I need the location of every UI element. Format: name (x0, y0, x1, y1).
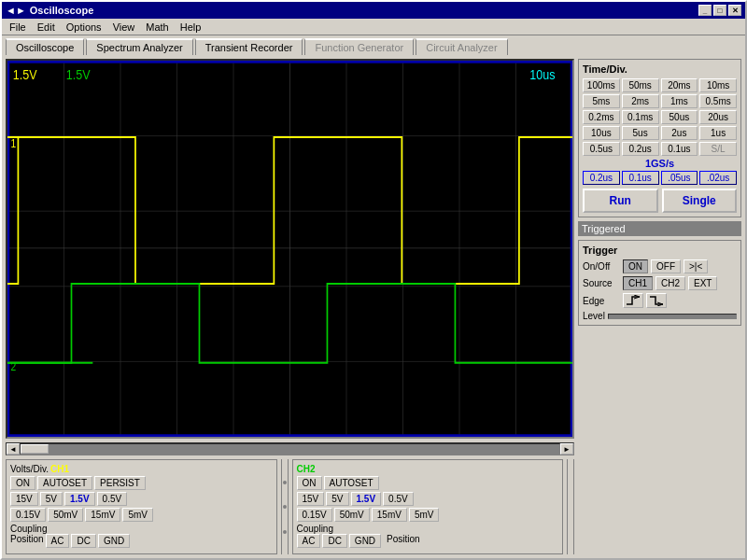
rising-edge-icon (625, 295, 641, 306)
scroll-thumb[interactable] (21, 444, 49, 454)
tab-spectrum-analyzer[interactable]: Spectrum Analyzer (86, 38, 192, 55)
ch2-gnd[interactable]: GND (349, 534, 381, 548)
scroll-left-arrow[interactable]: ◄ (7, 443, 20, 455)
svg-text:1: 1 (10, 137, 16, 149)
ch2-0p15v[interactable]: 0.15V (297, 508, 332, 522)
trigger-ch2-button[interactable]: CH2 (655, 276, 685, 290)
btn-0p1us[interactable]: 0.1us (661, 142, 698, 156)
ch2-volts-row1: 15V 5V 1.5V 0.5V (297, 492, 559, 506)
btn-10ms[interactable]: 10ms (699, 78, 737, 92)
menu-options[interactable]: Options (61, 21, 107, 34)
scroll-track[interactable] (20, 443, 560, 455)
ch2-1p5v[interactable]: 1.5V (351, 492, 382, 506)
ch1-5v[interactable]: 5V (40, 492, 63, 506)
trigger-onoff-row: On/Off ON OFF >|< (583, 259, 737, 273)
ch2-coupling-buttons: AC DC GND Position (297, 534, 559, 548)
btn-0p2us[interactable]: 0.2us (622, 142, 659, 156)
gs-0p05us[interactable]: .05us (661, 171, 698, 185)
ch1-0p5v[interactable]: 0.5V (97, 492, 128, 506)
ch1-top-buttons: ON AUTOSET PERSIST (10, 476, 273, 490)
ch1-1p5v[interactable]: 1.5V (64, 492, 95, 506)
window-title: Oscilloscope (30, 5, 93, 16)
menu-edit[interactable]: Edit (32, 21, 61, 34)
gs-0p1us[interactable]: 0.1us (622, 171, 659, 185)
triggered-bar: Triggered (578, 221, 741, 236)
menu-math[interactable]: Math (140, 21, 174, 34)
ch1-5mv[interactable]: 5mV (122, 508, 153, 522)
minimize-button[interactable]: _ (698, 5, 712, 16)
svg-text:1.5V: 1.5V (13, 66, 37, 82)
btn-50ms[interactable]: 50ms (622, 78, 659, 92)
scroll-right-arrow[interactable]: ► (560, 443, 573, 455)
trigger-source-row: Source CH1 CH2 EXT (583, 276, 737, 290)
ch1-gnd[interactable]: GND (98, 534, 130, 548)
trigger-ext-button[interactable]: EXT (688, 276, 717, 290)
ch2-5v[interactable]: 5V (326, 492, 348, 506)
trigger-off-button[interactable]: OFF (651, 259, 681, 273)
horizontal-scrollbar[interactable]: ◄ ► (6, 442, 574, 455)
btn-5us[interactable]: 5us (622, 126, 659, 140)
tab-oscilloscope[interactable]: Oscilloscope (6, 38, 84, 55)
ch2-top-buttons: ON AUTOSET (297, 476, 559, 490)
ch1-50mv[interactable]: 50mV (48, 508, 83, 522)
ch2-title: CH2 (297, 464, 316, 474)
btn-sl[interactable]: S/L (699, 142, 737, 156)
ch2-on-button[interactable]: ON (297, 476, 322, 490)
falling-edge-button[interactable] (646, 293, 667, 308)
ch1-15mv[interactable]: 15mV (85, 508, 120, 522)
ch2-dc[interactable]: DC (322, 534, 346, 548)
ch2-ac[interactable]: AC (297, 534, 321, 548)
single-button[interactable]: Single (662, 189, 738, 213)
tab-function-generator[interactable]: Function Generator (304, 38, 414, 55)
ch1-15v[interactable]: 15V (10, 492, 38, 506)
btn-0p5ms[interactable]: 0.5ms (699, 94, 737, 108)
ch2-5mv[interactable]: 5mV (409, 508, 440, 522)
gs-0p02us[interactable]: .02us (699, 171, 737, 185)
ch2-controls: CH2 ON AUTOSET 15V 5V 1.5V 0.5V 0.15V (292, 459, 564, 554)
btn-1ms[interactable]: 1ms (661, 94, 698, 108)
btn-0p5us[interactable]: 0.5us (583, 142, 620, 156)
ch2-50mv[interactable]: 50mV (334, 508, 370, 522)
btn-5ms[interactable]: 5ms (583, 94, 620, 108)
ch1-0p15v[interactable]: 0.15V (10, 508, 46, 522)
close-button[interactable]: ✕ (728, 5, 741, 16)
menu-file[interactable]: File (4, 21, 32, 34)
ch1-controls: Volts/Div. CH1 ON AUTOSET PERSIST 15V 5V… (6, 459, 277, 554)
ch1-dc[interactable]: DC (71, 534, 95, 548)
main-content: 1 2 1.5V 1.5V 10us ◄ ► (2, 55, 745, 558)
trigger-level-slider[interactable] (608, 314, 737, 319)
btn-1us[interactable]: 1us (699, 126, 737, 140)
trigger-pulse-button[interactable]: >|< (684, 259, 708, 273)
tab-transient-recorder[interactable]: Transient Recorder (195, 38, 303, 55)
ch2-0p5v[interactable]: 0.5V (383, 492, 414, 506)
btn-10us[interactable]: 10us (583, 126, 620, 140)
timediv-box: Time/Div. 100ms 50ms 20ms 10ms 5ms 2ms 1… (578, 59, 741, 217)
btn-20ms[interactable]: 20ms (661, 78, 698, 92)
btn-50us[interactable]: 50us (661, 110, 698, 124)
btn-2ms[interactable]: 2ms (622, 94, 659, 108)
btn-0p1ms[interactable]: 0.1ms (622, 110, 659, 124)
menu-help[interactable]: Help (175, 21, 207, 34)
btn-0p2ms[interactable]: 0.2ms (583, 110, 620, 124)
ch2-15mv[interactable]: 15mV (372, 508, 407, 522)
btn-100ms[interactable]: 100ms (583, 78, 620, 92)
ch1-autoset-button[interactable]: AUTOSET (37, 476, 92, 490)
ch2-coupling: Coupling (297, 524, 559, 534)
ch2-autoset-button[interactable]: AUTOSET (324, 476, 379, 490)
trigger-title: Trigger (583, 245, 737, 256)
trigger-ch1-button[interactable]: CH1 (623, 276, 653, 290)
btn-20us[interactable]: 20us (699, 110, 737, 124)
btn-2us[interactable]: 2us (661, 126, 698, 140)
trigger-onoff-label: On/Off (583, 261, 620, 272)
ch2-15v[interactable]: 15V (297, 492, 325, 506)
run-button[interactable]: Run (583, 189, 658, 213)
tab-circuit-analyzer[interactable]: Circuit Analyzer (416, 38, 507, 55)
ch1-persist-button[interactable]: PERSIST (94, 476, 146, 490)
trigger-on-button[interactable]: ON (623, 259, 648, 273)
ch1-ac[interactable]: AC (46, 534, 70, 548)
maximize-button[interactable]: □ (713, 5, 726, 16)
rising-edge-button[interactable] (623, 293, 643, 308)
menu-view[interactable]: View (107, 21, 141, 34)
ch1-on-button[interactable]: ON (10, 476, 35, 490)
gs-0p2us[interactable]: 0.2us (583, 171, 620, 185)
